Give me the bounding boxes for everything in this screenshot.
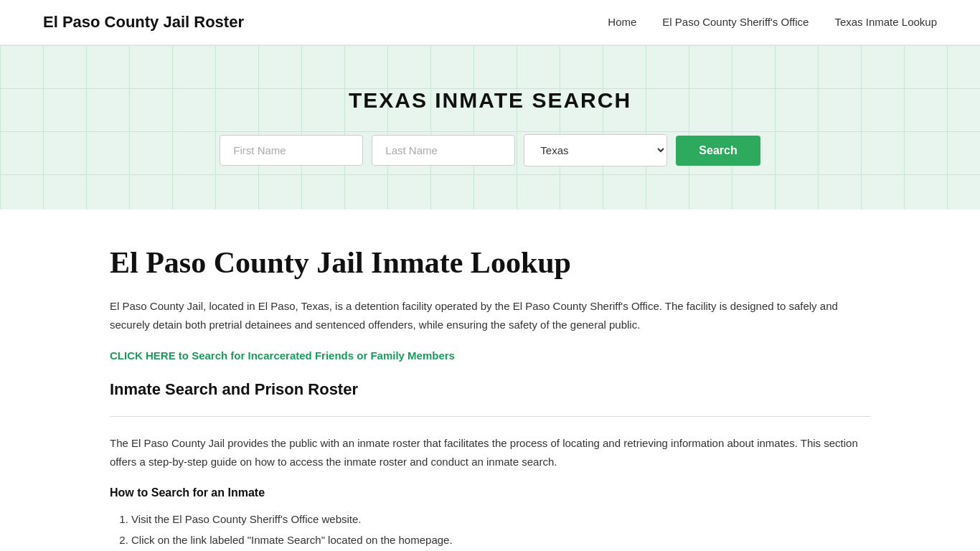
how-to-heading: How to Search for an Inmate (110, 486, 870, 499)
steps-list: Visit the El Paso County Sheriff's Offic… (131, 509, 870, 550)
description-paragraph: El Paso County Jail, located in El Paso,… (110, 297, 870, 334)
main-content: El Paso County Jail Inmate Lookup El Pas… (67, 209, 913, 551)
nav-item-sheriffs[interactable]: El Paso County Sheriff's Office (662, 16, 809, 29)
last-name-input[interactable] (372, 135, 515, 166)
nav-links: Home El Paso County Sheriff's Office Tex… (608, 16, 937, 29)
nav-link-sheriffs[interactable]: El Paso County Sheriff's Office (662, 16, 809, 28)
search-button[interactable]: Search (676, 136, 760, 166)
nav-item-inmate-lookup[interactable]: Texas Inmate Lookup (834, 16, 937, 29)
first-name-input[interactable] (220, 135, 363, 166)
nav-link-inmate-lookup[interactable]: Texas Inmate Lookup (834, 16, 937, 28)
inmate-search-form: Texas Alabama Alaska Arizona Arkansas Ca… (14, 134, 966, 166)
site-logo[interactable]: El Paso County Jail Roster (43, 13, 244, 32)
section-body-text: The El Paso County Jail provides the pub… (110, 434, 870, 471)
section-divider (110, 416, 870, 417)
state-select[interactable]: Texas Alabama Alaska Arizona Arkansas Ca… (524, 134, 667, 166)
incarcerated-search-link[interactable]: CLICK HERE to Search for Incarcerated Fr… (110, 349, 870, 362)
nav-link-home[interactable]: Home (608, 16, 636, 28)
navbar: El Paso County Jail Roster Home El Paso … (0, 0, 980, 45)
section-heading: Inmate Search and Prison Roster (110, 380, 870, 399)
list-item: Visit the El Paso County Sheriff's Offic… (131, 509, 870, 530)
hero-section: TEXAS INMATE SEARCH Texas Alabama Alaska… (0, 45, 980, 209)
page-heading: El Paso County Jail Inmate Lookup (110, 245, 870, 280)
nav-item-home[interactable]: Home (608, 16, 636, 29)
list-item: Click on the link labeled "Inmate Search… (131, 530, 870, 551)
hero-title: TEXAS INMATE SEARCH (14, 88, 966, 113)
